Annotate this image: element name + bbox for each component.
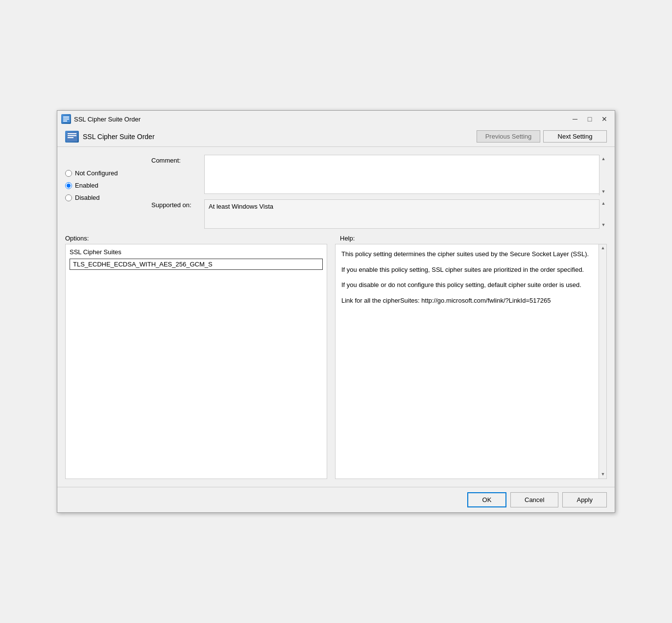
next-setting-button[interactable]: Next Setting — [543, 130, 607, 143]
help-scroll-down[interactable]: ▼ — [599, 471, 607, 479]
supported-scrollbar: ▲ ▼ — [599, 199, 607, 229]
panel-labels-row: Options: Help: — [65, 235, 607, 242]
supported-scroll-up[interactable]: ▲ — [600, 199, 607, 207]
main-window: SSL Cipher Suite Order ─ □ ✕ SSL Cipher … — [57, 110, 615, 513]
comment-label: Comment: — [151, 155, 200, 164]
right-section: Comment: ▲ ▼ Supported on: At least Wind… — [151, 155, 607, 229]
supported-value: At least Windows Vista — [204, 199, 607, 229]
help-label-container: Help: — [340, 235, 607, 242]
options-panel: SSL Cipher Suites — [65, 244, 327, 479]
scroll-down-arrow[interactable]: ▼ — [600, 188, 607, 195]
supported-row: Supported on: At least Windows Vista ▲ ▼ — [151, 199, 607, 229]
comment-row: Comment: ▲ ▼ — [151, 155, 607, 195]
window-icon — [61, 114, 71, 124]
help-scroll-up[interactable]: ▲ — [599, 244, 607, 252]
title-bar-left: SSL Cipher Suite Order — [61, 114, 141, 124]
svg-rect-3 — [63, 120, 67, 121]
not-configured-radio[interactable] — [65, 170, 72, 177]
maximize-button[interactable]: □ — [583, 114, 596, 124]
not-configured-label: Not Configured — [75, 169, 118, 177]
help-para2: If you enable this policy setting, SSL c… — [341, 265, 595, 275]
title-controls: ─ □ ✕ — [569, 114, 611, 124]
cipher-input[interactable] — [70, 259, 323, 270]
cancel-button[interactable]: Cancel — [510, 492, 558, 507]
apply-button[interactable]: Apply — [562, 492, 607, 507]
radio-group: Not Configured Enabled Disabled — [65, 155, 144, 229]
minimize-button[interactable]: ─ — [569, 114, 581, 124]
bottom-bar: OK Cancel Apply — [57, 487, 615, 512]
window-title: SSL Cipher Suite Order — [74, 116, 141, 123]
help-panel: This policy setting determines the ciphe… — [335, 244, 607, 479]
svg-rect-1 — [63, 117, 69, 118]
ok-button[interactable]: OK — [467, 492, 506, 507]
disabled-radio[interactable] — [65, 194, 72, 201]
dialog-header-left: SSL Cipher Suite Order — [65, 131, 155, 143]
help-para3: If you disable or do not configure this … — [341, 280, 595, 290]
dialog-header: SSL Cipher Suite Order Previous Setting … — [57, 126, 615, 147]
help-scrollbar: ▲ ▼ — [599, 244, 606, 479]
help-para4: Link for all the cipherSuites: http://go… — [341, 296, 595, 306]
header-buttons: Previous Setting Next Setting — [477, 130, 607, 143]
not-configured-option[interactable]: Not Configured — [65, 169, 144, 177]
close-button[interactable]: ✕ — [598, 114, 611, 124]
cipher-suites-title: SSL Cipher Suites — [70, 248, 323, 256]
comment-textarea[interactable] — [204, 155, 607, 194]
dialog-header-title: SSL Cipher Suite Order — [83, 133, 155, 141]
options-label-container: Options: — [65, 235, 332, 242]
previous-setting-button[interactable]: Previous Setting — [477, 130, 540, 143]
help-label: Help: — [340, 235, 355, 242]
help-para1: This policy setting determines the ciphe… — [341, 249, 595, 259]
svg-rect-5 — [68, 133, 76, 134]
svg-rect-6 — [68, 135, 76, 136]
title-bar: SSL Cipher Suite Order ─ □ ✕ — [57, 111, 615, 126]
disabled-option[interactable]: Disabled — [65, 194, 144, 201]
content-area: Not Configured Enabled Disabled Comment: — [57, 147, 615, 487]
options-label: Options: — [65, 235, 89, 242]
enabled-label: Enabled — [75, 182, 98, 189]
scroll-up-arrow[interactable]: ▲ — [600, 155, 607, 163]
top-section: Not Configured Enabled Disabled Comment: — [65, 155, 607, 229]
supported-label: Supported on: — [151, 199, 200, 209]
supported-scroll-down[interactable]: ▼ — [600, 221, 607, 229]
disabled-label: Disabled — [75, 194, 100, 201]
svg-rect-2 — [63, 119, 69, 120]
header-icon — [65, 131, 79, 143]
comment-scrollbar: ▲ ▼ — [599, 155, 607, 195]
enabled-radio[interactable] — [65, 182, 72, 189]
main-panels: SSL Cipher Suites This policy setting de… — [65, 244, 607, 479]
enabled-option[interactable]: Enabled — [65, 182, 144, 189]
svg-rect-7 — [68, 137, 73, 138]
